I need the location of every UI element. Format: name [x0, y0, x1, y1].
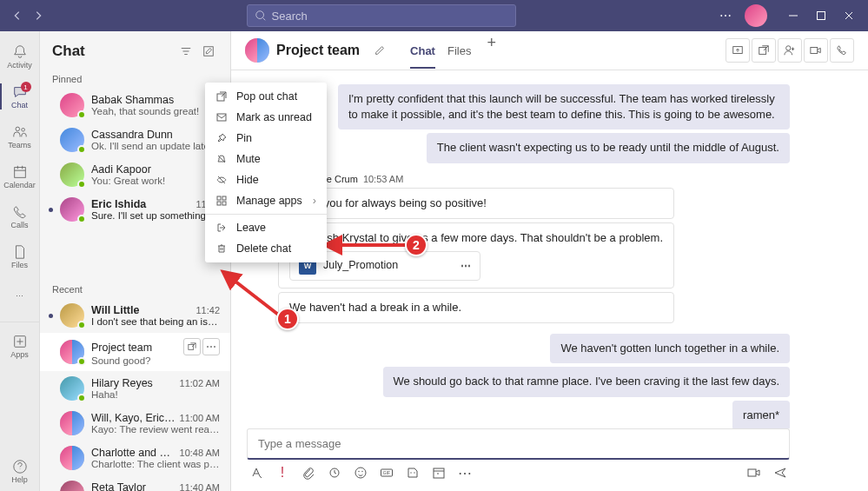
more-icon[interactable]: ⋯	[713, 3, 738, 28]
emoji-icon[interactable]	[353, 465, 368, 481]
rail-chat[interactable]: 1 Chat	[0, 76, 40, 116]
audio-call-icon[interactable]	[830, 38, 854, 63]
chat-item-time: 11:02 AM	[180, 378, 220, 388]
chat-item-name: Project team	[91, 342, 183, 354]
gif-icon[interactable]: GIF	[379, 465, 394, 481]
new-chat-icon[interactable]	[199, 42, 218, 61]
svg-text:GIF: GIF	[383, 470, 390, 475]
svg-rect-28	[748, 469, 756, 476]
avatar	[60, 376, 84, 401]
add-tab-icon[interactable]: +	[483, 34, 500, 68]
pin-icon	[215, 132, 228, 144]
rail-calls[interactable]: Calls	[0, 196, 40, 236]
chat-item-name: Charlotte and Babak	[91, 447, 176, 459]
chat-item-name: Babak Shammas	[91, 94, 216, 106]
chat-list-item[interactable]: Will Little11:42I don't see that being a…	[40, 298, 230, 333]
chat-list-item[interactable]: Hilary Reyes11:02 AMHaha!	[40, 371, 230, 406]
close-icon[interactable]	[837, 3, 861, 28]
rail-teams[interactable]: Teams	[0, 116, 40, 156]
svg-rect-12	[222, 196, 226, 200]
plus-icon	[11, 333, 29, 350]
loop-icon[interactable]	[327, 465, 342, 481]
svg-point-0	[255, 11, 263, 19]
message-in[interactable]: Thank you for always being so positive!	[278, 188, 674, 219]
message-input[interactable]	[247, 428, 790, 460]
chat-item-name: Cassandra Dunn	[91, 129, 216, 141]
chat-list-item[interactable]: Eric Ishida11:48Sure. I'll set up someth…	[40, 192, 230, 227]
rail-apps[interactable]: Apps	[0, 322, 40, 362]
avatar	[60, 411, 84, 435]
message-out[interactable]: I'm pretty confident that this launch wi…	[338, 84, 790, 129]
avatar	[60, 481, 84, 491]
rail-help[interactable]: Help	[0, 451, 40, 491]
send-icon[interactable]	[772, 465, 788, 481]
rail-calendar[interactable]: Calendar	[0, 156, 40, 196]
chat-item-preview: Sound good?	[91, 355, 220, 366]
message-out[interactable]: We should go back to that ramne place. I…	[383, 367, 791, 396]
filter-icon[interactable]	[176, 42, 195, 61]
more-icon[interactable]: ⋯	[457, 465, 473, 481]
popout-icon[interactable]	[183, 338, 201, 355]
chat-list-item[interactable]: Charlotte and Babak10:48 AMCharlotte: Th…	[40, 441, 230, 475]
add-people-icon[interactable]	[778, 38, 802, 63]
maximize-icon[interactable]	[809, 3, 833, 28]
edit-icon[interactable]	[370, 41, 389, 60]
message-out[interactable]: We haven't gotten lunch together in a wh…	[550, 334, 790, 363]
chat-list-item[interactable]: Will, Kayo, Eric, +511:00 AMKayo: The re…	[40, 406, 230, 441]
titlebar: Search ⋯	[0, 0, 868, 31]
rail-files[interactable]: Files	[0, 236, 40, 276]
nav-forward-icon[interactable]	[28, 5, 49, 26]
message-out[interactable]: ramen*	[732, 401, 790, 429]
popout-icon[interactable]	[752, 38, 776, 63]
sticker-icon[interactable]	[405, 465, 421, 481]
message-meta: Charlotte de Crum10:53 AM	[278, 174, 674, 184]
format-icon[interactable]	[248, 465, 264, 481]
annotation-badge: 2	[405, 234, 427, 256]
video-call-icon[interactable]	[804, 38, 828, 63]
menu-pin[interactable]: Pin	[205, 128, 327, 149]
chat-item-preview: I don't see that being an issue. Can you…	[91, 316, 220, 327]
chat-item-name: Hilary Reyes	[91, 377, 176, 389]
menu-delete[interactable]: Delete chat	[205, 238, 327, 259]
menu-popout[interactable]: Pop out chat	[205, 86, 327, 107]
chat-item-preview: Kayo: The review went really well! Can't…	[91, 424, 220, 435]
message-in[interactable]: We haven't had a break in a while.	[278, 292, 674, 323]
chat-item-preview: Sure. I'll set up something for next wee…	[91, 210, 220, 221]
nav-back-icon[interactable]	[7, 5, 28, 26]
video-clip-icon[interactable]	[746, 465, 762, 481]
menu-manage-apps[interactable]: Manage apps›	[205, 190, 327, 211]
avatar	[60, 197, 84, 222]
tab-chat[interactable]: Chat	[410, 34, 435, 68]
screen-share-icon[interactable]	[726, 38, 750, 63]
menu-mark-unread[interactable]: Mark as unread	[205, 107, 327, 128]
rail-more[interactable]: ⋯	[0, 276, 40, 316]
message-out[interactable]: The client wasn't expecting us to be rea…	[427, 133, 790, 163]
hide-icon	[215, 174, 228, 186]
search-icon	[255, 10, 267, 22]
tab-files[interactable]: Files	[447, 34, 471, 68]
menu-hide[interactable]: Hide	[205, 169, 327, 190]
trash-icon	[215, 242, 228, 255]
menu-mute[interactable]: Mute	[205, 149, 327, 169]
attach-icon[interactable]	[301, 465, 316, 481]
search-input[interactable]: Search	[247, 4, 516, 27]
more-icon[interactable]: ⋯	[202, 338, 220, 355]
menu-leave[interactable]: Leave	[205, 217, 327, 238]
chat-list-item[interactable]: Babak ShammasYeah, that sounds great!	[40, 88, 230, 123]
svg-rect-16	[759, 48, 766, 55]
chat-list-item[interactable]: Cassandra DunnOk. I'll send an update la…	[40, 123, 230, 157]
chat-list-item[interactable]: Project team⋯Sound good?	[40, 333, 230, 371]
rail-label: Files	[11, 261, 28, 269]
minimize-icon[interactable]	[781, 3, 805, 28]
rail-activity[interactable]: Activity	[0, 36, 40, 76]
chat-list-item[interactable]: Reta Taylor11:40 AMAh, ok. I understand …	[40, 475, 230, 491]
chat-item-name: Eric Ishida	[91, 198, 192, 210]
avatar[interactable]	[745, 4, 767, 27]
chat-list-item[interactable]: Aadi KapoorYou: Great work!	[40, 157, 230, 192]
file-more-icon[interactable]: ⋯	[461, 259, 471, 274]
svg-rect-13	[217, 202, 221, 205]
svg-point-2	[16, 127, 20, 131]
priority-icon[interactable]: !	[275, 465, 290, 481]
calendar-icon	[11, 163, 29, 181]
schedule-icon[interactable]	[431, 465, 447, 481]
